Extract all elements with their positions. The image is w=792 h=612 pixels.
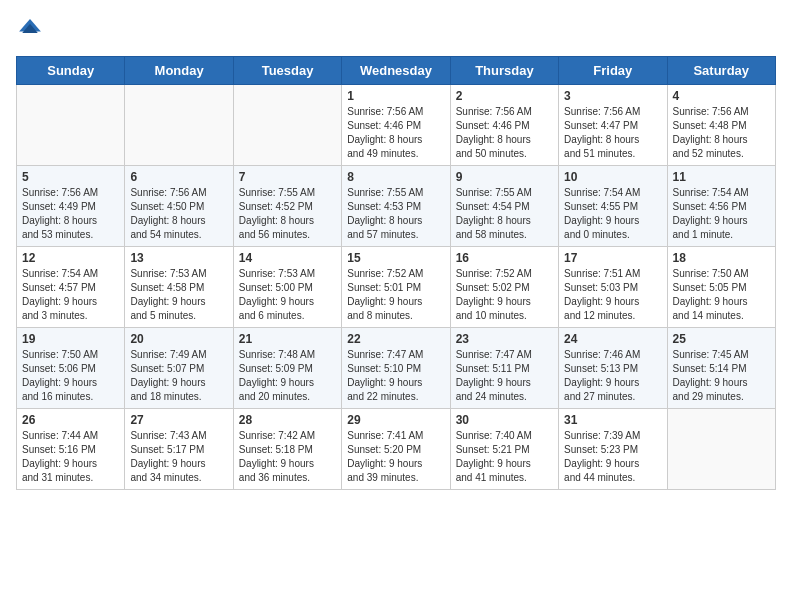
calendar-cell: 31Sunrise: 7:39 AM Sunset: 5:23 PM Dayli… xyxy=(559,409,667,490)
logo-icon xyxy=(16,16,44,44)
day-number: 18 xyxy=(673,251,770,265)
day-number: 5 xyxy=(22,170,119,184)
calendar-cell: 7Sunrise: 7:55 AM Sunset: 4:52 PM Daylig… xyxy=(233,166,341,247)
calendar-cell: 5Sunrise: 7:56 AM Sunset: 4:49 PM Daylig… xyxy=(17,166,125,247)
day-info: Sunrise: 7:48 AM Sunset: 5:09 PM Dayligh… xyxy=(239,348,336,404)
day-info: Sunrise: 7:41 AM Sunset: 5:20 PM Dayligh… xyxy=(347,429,444,485)
day-number: 22 xyxy=(347,332,444,346)
day-info: Sunrise: 7:52 AM Sunset: 5:02 PM Dayligh… xyxy=(456,267,553,323)
day-info: Sunrise: 7:54 AM Sunset: 4:57 PM Dayligh… xyxy=(22,267,119,323)
day-of-week-header: Wednesday xyxy=(342,57,450,85)
day-info: Sunrise: 7:42 AM Sunset: 5:18 PM Dayligh… xyxy=(239,429,336,485)
day-info: Sunrise: 7:56 AM Sunset: 4:47 PM Dayligh… xyxy=(564,105,661,161)
calendar-cell: 22Sunrise: 7:47 AM Sunset: 5:10 PM Dayli… xyxy=(342,328,450,409)
day-number: 29 xyxy=(347,413,444,427)
day-number: 16 xyxy=(456,251,553,265)
day-number: 10 xyxy=(564,170,661,184)
calendar-week-row: 26Sunrise: 7:44 AM Sunset: 5:16 PM Dayli… xyxy=(17,409,776,490)
calendar-cell: 21Sunrise: 7:48 AM Sunset: 5:09 PM Dayli… xyxy=(233,328,341,409)
day-number: 13 xyxy=(130,251,227,265)
day-number: 4 xyxy=(673,89,770,103)
day-number: 9 xyxy=(456,170,553,184)
day-number: 1 xyxy=(347,89,444,103)
day-number: 14 xyxy=(239,251,336,265)
day-info: Sunrise: 7:46 AM Sunset: 5:13 PM Dayligh… xyxy=(564,348,661,404)
day-of-week-header: Friday xyxy=(559,57,667,85)
calendar-cell: 10Sunrise: 7:54 AM Sunset: 4:55 PM Dayli… xyxy=(559,166,667,247)
day-info: Sunrise: 7:47 AM Sunset: 5:11 PM Dayligh… xyxy=(456,348,553,404)
day-of-week-header: Sunday xyxy=(17,57,125,85)
calendar-cell: 24Sunrise: 7:46 AM Sunset: 5:13 PM Dayli… xyxy=(559,328,667,409)
day-info: Sunrise: 7:44 AM Sunset: 5:16 PM Dayligh… xyxy=(22,429,119,485)
day-number: 21 xyxy=(239,332,336,346)
calendar-cell xyxy=(125,85,233,166)
day-number: 12 xyxy=(22,251,119,265)
calendar-cell: 27Sunrise: 7:43 AM Sunset: 5:17 PM Dayli… xyxy=(125,409,233,490)
calendar-cell xyxy=(17,85,125,166)
calendar-cell: 6Sunrise: 7:56 AM Sunset: 4:50 PM Daylig… xyxy=(125,166,233,247)
day-number: 26 xyxy=(22,413,119,427)
day-of-week-header: Tuesday xyxy=(233,57,341,85)
day-info: Sunrise: 7:55 AM Sunset: 4:52 PM Dayligh… xyxy=(239,186,336,242)
calendar-cell: 8Sunrise: 7:55 AM Sunset: 4:53 PM Daylig… xyxy=(342,166,450,247)
page-header xyxy=(16,16,776,44)
day-info: Sunrise: 7:56 AM Sunset: 4:49 PM Dayligh… xyxy=(22,186,119,242)
day-info: Sunrise: 7:56 AM Sunset: 4:46 PM Dayligh… xyxy=(347,105,444,161)
calendar-cell: 23Sunrise: 7:47 AM Sunset: 5:11 PM Dayli… xyxy=(450,328,558,409)
calendar-cell: 18Sunrise: 7:50 AM Sunset: 5:05 PM Dayli… xyxy=(667,247,775,328)
day-info: Sunrise: 7:53 AM Sunset: 5:00 PM Dayligh… xyxy=(239,267,336,323)
day-info: Sunrise: 7:47 AM Sunset: 5:10 PM Dayligh… xyxy=(347,348,444,404)
day-info: Sunrise: 7:51 AM Sunset: 5:03 PM Dayligh… xyxy=(564,267,661,323)
day-info: Sunrise: 7:56 AM Sunset: 4:48 PM Dayligh… xyxy=(673,105,770,161)
calendar-cell: 19Sunrise: 7:50 AM Sunset: 5:06 PM Dayli… xyxy=(17,328,125,409)
day-number: 30 xyxy=(456,413,553,427)
day-number: 15 xyxy=(347,251,444,265)
day-number: 28 xyxy=(239,413,336,427)
calendar-week-row: 19Sunrise: 7:50 AM Sunset: 5:06 PM Dayli… xyxy=(17,328,776,409)
calendar-cell: 4Sunrise: 7:56 AM Sunset: 4:48 PM Daylig… xyxy=(667,85,775,166)
calendar-cell: 13Sunrise: 7:53 AM Sunset: 4:58 PM Dayli… xyxy=(125,247,233,328)
calendar-cell: 12Sunrise: 7:54 AM Sunset: 4:57 PM Dayli… xyxy=(17,247,125,328)
day-number: 3 xyxy=(564,89,661,103)
day-of-week-header: Monday xyxy=(125,57,233,85)
calendar-cell: 2Sunrise: 7:56 AM Sunset: 4:46 PM Daylig… xyxy=(450,85,558,166)
day-info: Sunrise: 7:54 AM Sunset: 4:56 PM Dayligh… xyxy=(673,186,770,242)
calendar-cell xyxy=(667,409,775,490)
day-info: Sunrise: 7:55 AM Sunset: 4:53 PM Dayligh… xyxy=(347,186,444,242)
calendar-cell: 16Sunrise: 7:52 AM Sunset: 5:02 PM Dayli… xyxy=(450,247,558,328)
day-number: 2 xyxy=(456,89,553,103)
day-info: Sunrise: 7:52 AM Sunset: 5:01 PM Dayligh… xyxy=(347,267,444,323)
day-info: Sunrise: 7:55 AM Sunset: 4:54 PM Dayligh… xyxy=(456,186,553,242)
day-info: Sunrise: 7:49 AM Sunset: 5:07 PM Dayligh… xyxy=(130,348,227,404)
day-info: Sunrise: 7:43 AM Sunset: 5:17 PM Dayligh… xyxy=(130,429,227,485)
day-number: 17 xyxy=(564,251,661,265)
day-info: Sunrise: 7:54 AM Sunset: 4:55 PM Dayligh… xyxy=(564,186,661,242)
day-info: Sunrise: 7:53 AM Sunset: 4:58 PM Dayligh… xyxy=(130,267,227,323)
calendar-cell: 9Sunrise: 7:55 AM Sunset: 4:54 PM Daylig… xyxy=(450,166,558,247)
day-number: 6 xyxy=(130,170,227,184)
day-number: 23 xyxy=(456,332,553,346)
calendar-cell: 28Sunrise: 7:42 AM Sunset: 5:18 PM Dayli… xyxy=(233,409,341,490)
calendar-week-row: 12Sunrise: 7:54 AM Sunset: 4:57 PM Dayli… xyxy=(17,247,776,328)
calendar-cell: 17Sunrise: 7:51 AM Sunset: 5:03 PM Dayli… xyxy=(559,247,667,328)
day-of-week-header: Saturday xyxy=(667,57,775,85)
logo xyxy=(16,16,48,44)
calendar-cell: 25Sunrise: 7:45 AM Sunset: 5:14 PM Dayli… xyxy=(667,328,775,409)
calendar-cell: 11Sunrise: 7:54 AM Sunset: 4:56 PM Dayli… xyxy=(667,166,775,247)
day-info: Sunrise: 7:40 AM Sunset: 5:21 PM Dayligh… xyxy=(456,429,553,485)
calendar-table: SundayMondayTuesdayWednesdayThursdayFrid… xyxy=(16,56,776,490)
calendar-week-row: 1Sunrise: 7:56 AM Sunset: 4:46 PM Daylig… xyxy=(17,85,776,166)
day-number: 7 xyxy=(239,170,336,184)
day-number: 31 xyxy=(564,413,661,427)
calendar-cell: 1Sunrise: 7:56 AM Sunset: 4:46 PM Daylig… xyxy=(342,85,450,166)
day-of-week-header: Thursday xyxy=(450,57,558,85)
day-number: 8 xyxy=(347,170,444,184)
calendar-cell: 29Sunrise: 7:41 AM Sunset: 5:20 PM Dayli… xyxy=(342,409,450,490)
day-number: 27 xyxy=(130,413,227,427)
calendar-week-row: 5Sunrise: 7:56 AM Sunset: 4:49 PM Daylig… xyxy=(17,166,776,247)
day-info: Sunrise: 7:39 AM Sunset: 5:23 PM Dayligh… xyxy=(564,429,661,485)
calendar-cell: 30Sunrise: 7:40 AM Sunset: 5:21 PM Dayli… xyxy=(450,409,558,490)
day-info: Sunrise: 7:45 AM Sunset: 5:14 PM Dayligh… xyxy=(673,348,770,404)
day-info: Sunrise: 7:50 AM Sunset: 5:06 PM Dayligh… xyxy=(22,348,119,404)
calendar-cell: 26Sunrise: 7:44 AM Sunset: 5:16 PM Dayli… xyxy=(17,409,125,490)
